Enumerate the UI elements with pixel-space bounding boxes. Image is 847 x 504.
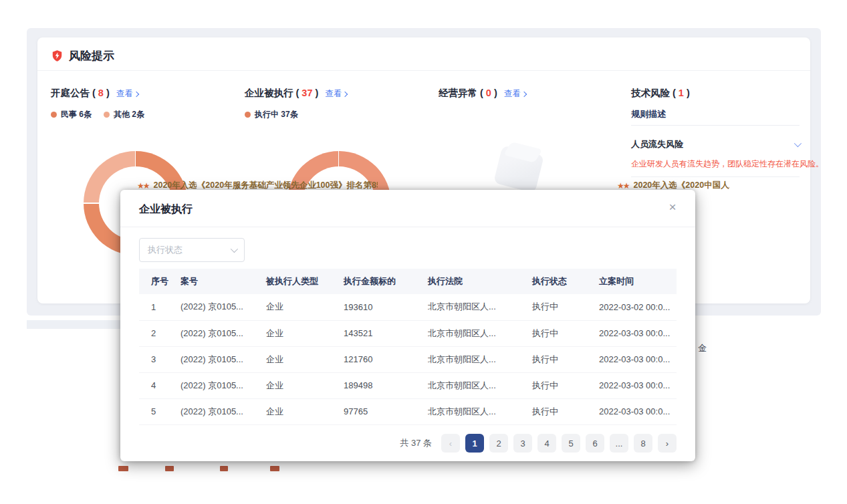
pagination-ellipsis-button[interactable]: ... bbox=[610, 434, 628, 453]
pagination-next-button[interactable]: › bbox=[658, 434, 677, 453]
pagination: 共 37 条 ‹ 1 2 3 4 5 6 ... 8 › bbox=[400, 434, 677, 453]
card-header: 风险提示 bbox=[51, 48, 114, 64]
col-header: 执行金额标的 bbox=[337, 269, 421, 294]
background-fragment-bar bbox=[270, 466, 279, 471]
legend-item: 执行中 37条 bbox=[245, 109, 298, 120]
pagination-prev-button[interactable]: ‹ bbox=[441, 434, 460, 453]
view-link-operation-abnormal[interactable]: 查看 bbox=[504, 88, 526, 100]
stat-tech-risk: 技术风险 (1) bbox=[631, 87, 690, 100]
pagination-page-button[interactable]: 1 bbox=[465, 434, 484, 453]
stat-title: 开庭公告 bbox=[51, 87, 90, 100]
star-icons: ★★ bbox=[137, 181, 149, 191]
legend-enterprise-executed: 执行中 37条 bbox=[245, 109, 298, 120]
stat-enterprise-executed: 企业被执行 (37) 查看 bbox=[245, 87, 347, 100]
stat-title: 技术风险 bbox=[631, 87, 670, 100]
stat-title: 经营异常 bbox=[439, 87, 477, 100]
pagination-page-button[interactable]: 3 bbox=[513, 434, 532, 453]
table-row: 5(2022) 京0105...企业97765北京市朝阳区人...执行中2022… bbox=[139, 398, 677, 424]
background-fragment-char: 金 bbox=[698, 342, 707, 354]
table-header-row: 序号 案号 被执行人类型 执行金额标的 执行法院 执行状态 立案时间 bbox=[139, 269, 677, 294]
execution-status-select[interactable]: 执行状态 bbox=[139, 238, 245, 262]
col-header: 案号 bbox=[174, 269, 259, 294]
background-fragment-bar bbox=[220, 466, 228, 471]
chevron-right-icon bbox=[521, 91, 527, 96]
risk-description: 企业研发人员有流失趋势，团队稳定性存在潜在风险。 bbox=[631, 158, 805, 170]
pagination-page-button[interactable]: 6 bbox=[586, 434, 604, 453]
stat-court-announcements: 开庭公告 (8) 查看 bbox=[51, 87, 138, 100]
stat-count: 8 bbox=[98, 88, 104, 98]
legend-court-announcements: 民事 6条 其他 2条 bbox=[51, 109, 144, 120]
divider bbox=[631, 176, 800, 177]
execution-table: 序号 案号 被执行人类型 执行金额标的 执行法院 执行状态 立案时间 1(202… bbox=[139, 269, 677, 425]
modal-title: 企业被执行 bbox=[139, 203, 193, 217]
col-header: 立案时间 bbox=[592, 269, 677, 294]
stat-operation-abnormal: 经营异常 (0) 查看 bbox=[439, 87, 526, 100]
divider bbox=[120, 227, 695, 227]
legend-dot bbox=[51, 112, 57, 118]
select-placeholder: 执行状态 bbox=[148, 244, 183, 256]
risk-shield-icon bbox=[51, 49, 64, 62]
card-header-divider bbox=[37, 70, 810, 71]
table-row: 1(2022) 京0105...企业193610北京市朝阳区人...执行中202… bbox=[139, 294, 677, 320]
pagination-total: 共 37 条 bbox=[400, 437, 432, 449]
enterprise-executed-modal: 企业被执行 × 执行状态 序号 案号 被执行人类型 执行金额标的 执行法院 执行… bbox=[120, 190, 695, 461]
pagination-page-button[interactable]: 4 bbox=[537, 434, 556, 453]
chevron-right-icon bbox=[342, 91, 348, 96]
legend-item: 其他 2条 bbox=[104, 109, 144, 120]
stat-count: 0 bbox=[486, 88, 491, 98]
col-header: 被执行人类型 bbox=[259, 269, 337, 294]
legend-dot bbox=[245, 112, 251, 118]
stat-count: 37 bbox=[301, 88, 312, 98]
star-icons: ★★ bbox=[617, 181, 629, 191]
chevron-down-icon bbox=[231, 245, 238, 253]
col-header: 序号 bbox=[139, 269, 174, 294]
stat-count: 1 bbox=[679, 88, 684, 98]
col-header: 执行状态 bbox=[525, 269, 592, 294]
table-row: 3(2022) 京0105...企业121760北京市朝阳区人...执行中202… bbox=[139, 346, 677, 372]
legend-dot bbox=[104, 112, 110, 118]
risk-item-staff-loss[interactable]: 人员流失风险 bbox=[631, 138, 800, 150]
close-icon[interactable]: × bbox=[664, 199, 681, 215]
chevron-right-icon bbox=[134, 91, 139, 96]
table-row: 2(2022) 京0105...企业143521北京市朝阳区人...执行中202… bbox=[139, 320, 677, 346]
view-link-enterprise-executed[interactable]: 查看 bbox=[325, 88, 347, 100]
rule-description-label: 规则描述 bbox=[631, 108, 666, 120]
stat-title: 企业被执行 bbox=[245, 87, 293, 100]
table-row: 4(2022) 京0105...企业189498北京市朝阳区人...执行中202… bbox=[139, 372, 677, 398]
pagination-page-button[interactable]: 2 bbox=[489, 434, 508, 453]
pagination-page-button[interactable]: 5 bbox=[562, 434, 580, 453]
background-fragment-band bbox=[27, 320, 120, 329]
col-header: 执行法院 bbox=[421, 269, 525, 294]
card-title: 风险提示 bbox=[69, 48, 114, 64]
pagination-page-button[interactable]: 8 bbox=[634, 434, 652, 453]
legend-item: 民事 6条 bbox=[51, 109, 92, 120]
view-link-court-announcements[interactable]: 查看 bbox=[116, 88, 138, 100]
background-fragment-bar bbox=[118, 466, 128, 471]
divider bbox=[631, 125, 800, 126]
empty-state-illustration bbox=[493, 145, 544, 193]
chevron-down-icon bbox=[794, 140, 802, 147]
background-fragment-bar bbox=[165, 466, 174, 471]
